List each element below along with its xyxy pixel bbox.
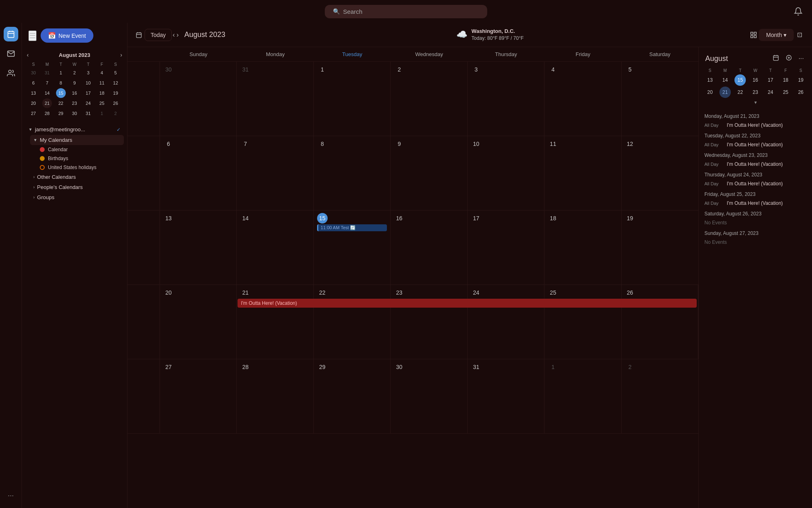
mini-day-12[interactable]: 12 <box>111 78 121 88</box>
mini-cal-prev-button[interactable]: ‹ <box>27 52 29 58</box>
cal-cell-aug12[interactable]: 12 <box>622 136 698 210</box>
event-name-fri-25[interactable]: I'm Outta Here! (Vacation) <box>727 200 783 206</box>
mini-day-19[interactable]: 19 <box>111 88 121 98</box>
event-name-thu-24[interactable]: I'm Outta Here! (Vacation) <box>727 181 783 187</box>
mail-nav-icon[interactable] <box>4 46 18 61</box>
calendar-item-calendar[interactable]: Calendar <box>30 145 124 154</box>
cal-cell-sep2[interactable]: 2 <box>622 359 698 433</box>
cal-cell-aug14[interactable]: 14 <box>237 211 313 284</box>
cal-cell-aug8[interactable]: 8 <box>314 136 391 210</box>
cal-cell-aug9[interactable]: 9 <box>391 136 467 210</box>
month-view-button[interactable]: Month ▾ <box>759 29 794 41</box>
mini-day-11[interactable]: 11 <box>97 78 107 88</box>
cal-cell-aug17[interactable]: 17 <box>468 211 544 284</box>
cal-cell-aug10[interactable]: 10 <box>468 136 544 210</box>
mini-day-4[interactable]: 4 <box>97 68 107 78</box>
search-box[interactable]: 🔍 Search <box>325 5 487 18</box>
vacation-event-week4[interactable]: I'm Outta Here! (Vacation) <box>238 299 697 308</box>
cal-cell-aug30[interactable]: 30 <box>391 359 467 433</box>
mini-cal-next-button[interactable]: › <box>120 52 122 58</box>
event-name-wed-23[interactable]: I'm Outta Here! (Vacation) <box>727 161 783 167</box>
cal-cell-aug3[interactable]: 3 <box>468 62 544 136</box>
cal-cell-aug22[interactable]: 22 <box>314 285 391 359</box>
rmg-day-23[interactable]: 23 <box>749 87 761 98</box>
mini-day-29[interactable]: 29 <box>56 109 66 118</box>
mini-day-5[interactable]: 5 <box>111 68 121 78</box>
today-button[interactable]: Today <box>145 29 172 41</box>
layout-icon-button[interactable]: ⊡ <box>795 29 804 40</box>
mini-day-17[interactable]: 17 <box>83 88 93 98</box>
rmg-day-24[interactable]: 24 <box>765 87 776 98</box>
cal-cell-aug15[interactable]: 15 11:00 AM Test 🔄 <box>314 211 391 284</box>
rmg-day-21[interactable]: 21 <box>719 87 731 98</box>
rmg-day-25[interactable]: 25 <box>780 87 791 98</box>
right-expand-button[interactable]: ▾ <box>699 98 812 107</box>
calendar-account[interactable]: ▼ james@meetingroo... ✓ <box>25 124 124 135</box>
event-name-tue-22[interactable]: I'm Outta Here! (Vacation) <box>727 142 783 148</box>
rmg-day-20[interactable]: 20 <box>704 87 716 98</box>
cal-cell-aug7[interactable]: 7 <box>237 136 313 210</box>
cal-cell-aug27[interactable]: 27 <box>160 359 237 433</box>
mini-day-20[interactable]: 20 <box>28 98 38 108</box>
mini-day-7[interactable]: 7 <box>42 78 52 88</box>
rmg-day-19[interactable]: 19 <box>795 74 806 86</box>
right-more-button[interactable]: ··· <box>797 53 806 64</box>
event-name-mon-21[interactable]: I'm Outta Here! (Vacation) <box>727 122 783 128</box>
mini-day-25[interactable]: 25 <box>97 98 107 108</box>
mini-day-6[interactable]: 6 <box>28 78 38 88</box>
event-test[interactable]: 11:00 AM Test 🔄 <box>317 224 387 231</box>
mini-day-21[interactable]: 21 <box>42 98 52 108</box>
mini-day-23[interactable]: 23 <box>69 98 79 108</box>
mini-day-30[interactable]: 30 <box>28 68 38 78</box>
mini-day-18[interactable]: 18 <box>97 88 107 98</box>
cal-cell-aug24[interactable]: 24 <box>468 285 544 359</box>
cal-cell-aug2[interactable]: 2 <box>391 62 467 136</box>
notification-icon[interactable] <box>793 6 804 17</box>
cal-cell-aug6[interactable]: 6 <box>160 136 237 210</box>
prev-month-button[interactable]: ‹ <box>173 31 175 39</box>
new-event-button[interactable]: 📅 New Event <box>41 28 93 43</box>
mini-day-3[interactable]: 3 <box>83 68 93 78</box>
cal-cell-aug18[interactable]: 18 <box>544 211 621 284</box>
cal-cell-jul30[interactable]: 30 <box>160 62 237 136</box>
cal-cell-aug11[interactable]: 11 <box>544 136 621 210</box>
mini-day-2b[interactable]: 2 <box>111 109 121 118</box>
rmg-day-18[interactable]: 18 <box>780 74 791 86</box>
cal-cell-aug1[interactable]: 1 <box>314 62 391 136</box>
cal-cell-aug23[interactable]: 23 <box>391 285 467 359</box>
mini-day-14[interactable]: 14 <box>42 88 52 98</box>
rmg-day-14[interactable]: 14 <box>719 74 731 86</box>
mini-day-8[interactable]: 8 <box>56 78 66 88</box>
mini-day-31[interactable]: 31 <box>42 68 52 78</box>
mini-day-24[interactable]: 24 <box>83 98 93 108</box>
next-month-button[interactable]: › <box>177 31 179 39</box>
mini-day-10[interactable]: 10 <box>83 78 93 88</box>
mini-day-9[interactable]: 9 <box>69 78 79 88</box>
other-calendars-header[interactable]: › Other Calendars <box>30 172 124 182</box>
mini-day-15-today[interactable]: 15 <box>56 88 66 98</box>
calendar-item-birthdays[interactable]: Birthdays <box>30 154 124 163</box>
people-nav-icon[interactable] <box>4 66 18 80</box>
rmg-day-15[interactable]: 15 <box>734 74 746 86</box>
groups-header[interactable]: › Groups <box>30 192 124 202</box>
rmg-day-22[interactable]: 22 <box>734 87 746 98</box>
cal-cell-aug16[interactable]: 16 <box>391 211 467 284</box>
cal-cell-aug29[interactable]: 29 <box>314 359 391 433</box>
mini-day-16[interactable]: 16 <box>69 88 79 98</box>
mini-day-30b[interactable]: 30 <box>69 109 79 118</box>
cal-cell-aug25[interactable]: 25 <box>544 285 621 359</box>
cal-cell-aug21[interactable]: 21 <box>237 285 313 359</box>
cal-cell-aug26[interactable]: 26 <box>622 285 698 359</box>
sidebar-menu-button[interactable]: ☰ <box>28 30 37 41</box>
rmg-day-13[interactable]: 13 <box>704 74 716 86</box>
rmg-day-26[interactable]: 26 <box>795 87 806 98</box>
cal-cell-aug28[interactable]: 28 <box>237 359 313 433</box>
cal-cell-aug20[interactable]: 20 <box>160 285 237 359</box>
more-nav-icon[interactable]: ··· <box>8 491 14 508</box>
mini-day-22[interactable]: 22 <box>56 98 66 108</box>
cal-cell-jul31[interactable]: 31 <box>237 62 313 136</box>
calendar-nav-icon[interactable] <box>4 27 18 41</box>
right-add-event-button[interactable] <box>771 53 781 64</box>
mini-day-2[interactable]: 2 <box>69 68 79 78</box>
mini-day-1[interactable]: 1 <box>56 68 66 78</box>
